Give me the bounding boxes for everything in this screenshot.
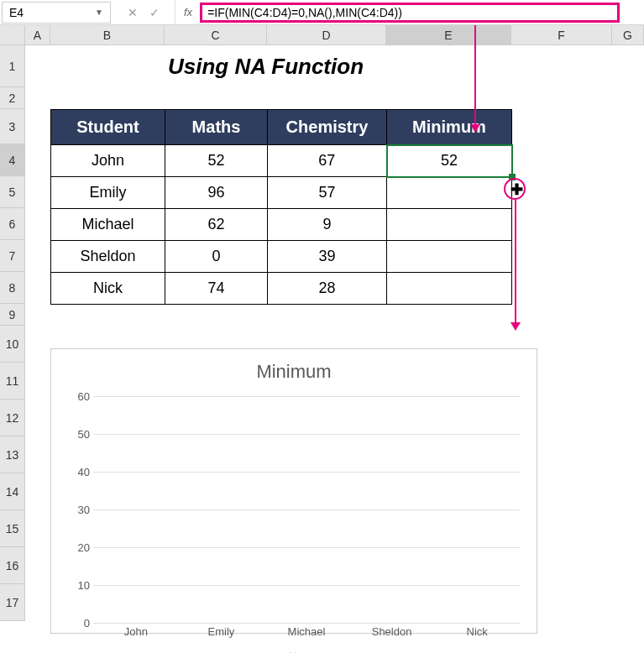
annotation-arrow-icon (474, 25, 476, 124)
row-header-7[interactable]: 7 (0, 240, 25, 272)
col-header-G[interactable]: G (612, 25, 644, 44)
chevron-down-icon[interactable]: ▼ (95, 8, 103, 17)
gridline (93, 509, 520, 510)
col-header-A[interactable]: A (25, 25, 50, 44)
row-header-13[interactable]: 13 (0, 436, 25, 473)
row-header-17[interactable]: 17 (0, 584, 25, 621)
table-row: Michael 62 9 (51, 209, 512, 241)
page-title: Using NA Function (25, 45, 644, 87)
column-headers: A B C D E F G (0, 25, 644, 45)
cell-minimum[interactable] (387, 177, 512, 209)
select-all-corner[interactable] (0, 25, 25, 44)
cell-maths[interactable]: 52 (165, 145, 268, 177)
row-header-14[interactable]: 14 (0, 473, 25, 510)
gridline (93, 396, 520, 397)
gridline (93, 472, 520, 473)
cell-minimum[interactable] (387, 209, 512, 241)
y-tick: 10 (78, 578, 90, 591)
gridline (93, 547, 520, 548)
data-table: Student Maths Chemistry Minimum John 52 … (50, 109, 513, 305)
row-header-12[interactable]: 12 (0, 400, 25, 436)
row-header-6[interactable]: 6 (0, 208, 25, 240)
x-tick: Michael (264, 625, 349, 638)
gridline (93, 434, 520, 435)
y-tick: 40 (78, 465, 90, 478)
formula-bar-icons: ✕ ✓ (113, 6, 175, 19)
cell-chem[interactable]: 28 (268, 273, 387, 305)
header-maths[interactable]: Maths (165, 110, 268, 145)
table-header-row: Student Maths Chemistry Minimum (51, 110, 512, 145)
row-header-11[interactable]: 11 (0, 363, 25, 400)
table-row: Emily 96 57 (51, 177, 512, 209)
row-header-16[interactable]: 16 (0, 547, 25, 584)
x-tick: John (93, 625, 179, 638)
table-row: John 52 67 52 (51, 145, 512, 177)
plus-icon: ✚ (510, 180, 523, 199)
x-tick: Emily (179, 625, 264, 638)
cell-student[interactable]: Michael (51, 209, 165, 241)
chart-container[interactable]: Minimum 60 50 40 30 20 10 0 John Emily M… (50, 348, 537, 634)
fill-cursor-annotation: ✚ (504, 178, 526, 200)
col-header-C[interactable]: C (165, 25, 267, 44)
row-header-15[interactable]: 15 (0, 510, 25, 547)
gridline (93, 585, 520, 586)
row-header-10[interactable]: 10 (0, 326, 25, 363)
col-header-F[interactable]: F (511, 25, 612, 44)
cancel-icon[interactable]: ✕ (128, 6, 138, 19)
header-chemistry[interactable]: Chemistry (268, 110, 387, 145)
table-row: Sheldon 0 39 (51, 241, 512, 273)
row-header-4[interactable]: 4 (0, 144, 25, 176)
sheet-content: Using NA Function Student Maths Chemistr… (25, 45, 644, 305)
cell-student[interactable]: Emily (51, 177, 165, 209)
cell-chem[interactable]: 9 (268, 209, 387, 241)
cell-student[interactable]: John (51, 145, 165, 177)
row-header-8[interactable]: 8 (0, 272, 25, 304)
row-header-3[interactable]: 3 (0, 109, 25, 144)
row-header-1[interactable]: 1 (0, 45, 25, 87)
y-tick: 50 (78, 428, 90, 441)
spreadsheet-grid[interactable]: A B C D E F G 1 2 3 4 5 6 7 8 9 10 11 12… (0, 25, 644, 45)
enter-icon[interactable]: ✓ (149, 6, 160, 19)
formula-input[interactable]: =IF(MIN(C4:D4)=0,NA(),MIN(C4:D4)) (201, 3, 619, 22)
cell-maths[interactable]: 74 (165, 273, 268, 305)
x-tick: Sheldon (349, 625, 435, 638)
chart-plot-area: 60 50 40 30 20 10 0 John Emily Michael S… (93, 396, 520, 623)
cell-chem[interactable]: 67 (268, 145, 387, 177)
y-tick: 60 (78, 390, 90, 403)
y-tick: 0 (84, 617, 90, 629)
cell-value: 52 (441, 152, 458, 169)
y-tick: 30 (78, 504, 90, 516)
cell-student[interactable]: Nick (51, 273, 165, 305)
row-headers: 1 2 3 4 5 6 7 8 9 10 11 12 13 14 15 16 1… (0, 45, 25, 621)
col-header-E[interactable]: E (386, 25, 511, 44)
gridline (93, 623, 520, 624)
annotation-arrow-icon (515, 200, 516, 322)
table-row: Nick 74 28 (51, 273, 512, 305)
header-student[interactable]: Student (51, 110, 165, 145)
row-header-2[interactable]: 2 (0, 87, 25, 109)
chart-x-axis: John Emily Michael Sheldon Nick (93, 625, 520, 638)
y-tick: 20 (78, 541, 90, 554)
formula-bar: E4 ▼ ✕ ✓ fx =IF(MIN(C4:D4)=0,NA(),MIN(C4… (0, 0, 644, 25)
header-minimum[interactable]: Minimum (387, 110, 512, 145)
cell-maths[interactable]: 0 (165, 241, 268, 273)
cell-minimum[interactable] (387, 273, 512, 305)
row-header-9[interactable]: 9 (0, 304, 25, 326)
row-header-5[interactable]: 5 (0, 176, 25, 208)
chart-title: Minimum (51, 349, 537, 389)
cell-chem[interactable]: 39 (268, 241, 387, 273)
cell-maths[interactable]: 96 (165, 177, 268, 209)
cell-chem[interactable]: 57 (268, 177, 387, 209)
fx-icon[interactable]: fx (175, 0, 201, 24)
name-box[interactable]: E4 ▼ (2, 2, 111, 24)
formula-text: =IF(MIN(C4:D4)=0,NA(),MIN(C4:D4)) (207, 6, 402, 19)
x-tick: Nick (434, 625, 520, 638)
cell-minimum[interactable] (387, 241, 512, 273)
chart-y-axis: 60 50 40 30 20 10 0 (61, 396, 90, 623)
col-header-D[interactable]: D (267, 25, 386, 44)
name-box-value: E4 (9, 6, 24, 19)
col-header-B[interactable]: B (50, 25, 165, 44)
cell-student[interactable]: Sheldon (51, 241, 165, 273)
cell-minimum-active[interactable]: 52 (387, 145, 512, 177)
cell-maths[interactable]: 62 (165, 209, 268, 241)
